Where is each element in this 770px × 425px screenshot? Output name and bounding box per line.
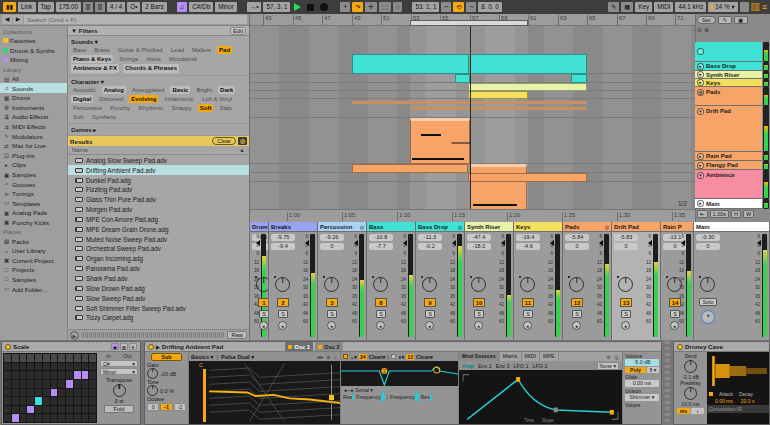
result-item[interactable]: Organ Incoming.adg bbox=[68, 254, 249, 264]
poly-button[interactable]: Poly bbox=[625, 367, 646, 373]
solo-button[interactable]: S bbox=[572, 310, 582, 318]
loop-button[interactable]: ⟲ bbox=[453, 2, 464, 12]
device-scrollbar[interactable] bbox=[665, 341, 670, 425]
pan-knob[interactable] bbox=[618, 277, 633, 292]
result-item[interactable]: Analog Slow Sweep Pad.adv bbox=[68, 155, 249, 165]
filter-chip[interactable]: Bright bbox=[194, 86, 214, 94]
arm-button[interactable]: ● bbox=[376, 321, 385, 330]
filter-chip[interactable]: Woodwind bbox=[167, 55, 199, 63]
ms-mode-button[interactable]: ms bbox=[677, 408, 690, 414]
device-on-icon[interactable] bbox=[677, 344, 683, 350]
volume-field[interactable]: -47.4 bbox=[467, 234, 491, 241]
arm-button[interactable]: ● bbox=[523, 321, 532, 330]
track-header[interactable]: ▸ Bass Drop bbox=[695, 62, 762, 71]
track-number-badge[interactable]: 12 bbox=[571, 298, 583, 307]
track-lane[interactable] bbox=[250, 118, 695, 164]
filter-chip[interactable]: Piano & Keys bbox=[71, 55, 113, 63]
pan-field[interactable]: -7.7 bbox=[369, 243, 393, 250]
result-item[interactable]: Fizzling Pad.adv bbox=[68, 185, 249, 195]
filter-chip[interactable]: Synthetic bbox=[90, 113, 119, 121]
channel-name[interactable]: Breaks bbox=[269, 222, 317, 232]
capture-midi-button[interactable]: ⬚ bbox=[379, 2, 391, 12]
character-filter-header[interactable]: Character ▾ bbox=[68, 76, 249, 85]
time-signature-field[interactable]: 4 / 4 bbox=[107, 2, 125, 12]
library-item[interactable]: ▣ Samples bbox=[0, 170, 67, 180]
channel-name[interactable]: Bass bbox=[367, 222, 415, 232]
solo-button[interactable]: S bbox=[425, 310, 435, 318]
map-icon[interactable]: ◆ bbox=[111, 343, 119, 350]
filter-chip[interactable]: Distorted bbox=[97, 95, 125, 103]
volume-field[interactable]: -10.8 bbox=[369, 234, 393, 241]
result-item[interactable]: MPE Con Amore Pad.adg bbox=[68, 214, 249, 224]
solo-button[interactable]: S bbox=[621, 310, 631, 318]
scale-root-menu[interactable]: C#/Db bbox=[189, 2, 213, 12]
result-item[interactable]: Glass Thin Pure Pad.adv bbox=[68, 195, 249, 205]
library-item[interactable]: ▸ Clips bbox=[0, 160, 67, 170]
filter-chip[interactable]: Soft bbox=[198, 104, 214, 112]
filter1-frequency[interactable]: Frequency bbox=[356, 394, 385, 400]
channel-fold-icon[interactable]: ◎ bbox=[360, 224, 364, 230]
solo-button[interactable]: S bbox=[523, 310, 533, 318]
zoom-duration[interactable]: 1.00s bbox=[710, 210, 729, 218]
library-item[interactable]: ≈ Grooves bbox=[0, 179, 67, 189]
loop-start-field[interactable]: 53. 1. 1 bbox=[412, 2, 439, 12]
filter-chip[interactable]: Brass bbox=[92, 46, 111, 54]
filter2-circuit-select[interactable]: Clean▾ bbox=[416, 354, 433, 360]
pan-knob[interactable] bbox=[471, 277, 486, 292]
nudge-up-button[interactable]: ⫿⫿ bbox=[95, 2, 105, 12]
result-item[interactable]: Muted Noise Sweep Pad.adv bbox=[68, 234, 249, 244]
pan-field[interactable]: 0 bbox=[565, 243, 589, 250]
solo-button[interactable]: S bbox=[670, 310, 680, 318]
gain-knob[interactable] bbox=[147, 368, 158, 379]
track-header[interactable]: ▸ Flangy Pad bbox=[695, 161, 762, 170]
lock-envelopes-icon[interactable]: ▣ bbox=[734, 16, 748, 24]
solo-button[interactable]: S bbox=[327, 310, 337, 318]
channel-name[interactable]: Drums◎ bbox=[250, 222, 268, 232]
raw-button[interactable]: Raw bbox=[227, 331, 247, 339]
filter-chip[interactable]: Punchy bbox=[108, 104, 132, 112]
channel-name[interactable]: Bass Drop◎ bbox=[416, 222, 464, 232]
edit-filters-button[interactable]: Edit bbox=[230, 27, 246, 35]
pan-knob[interactable] bbox=[373, 277, 388, 292]
attack-handle-icon[interactable] bbox=[709, 392, 713, 396]
places-item[interactable]: ⌂ User Library bbox=[0, 246, 67, 256]
octave-minus2-button[interactable]: -2 bbox=[174, 403, 186, 411]
punch-out-button[interactable]: ¬ bbox=[466, 2, 476, 12]
filter-chip[interactable]: Guitar & Plucked bbox=[116, 46, 165, 54]
result-item[interactable]: Dunkel Pad.adg bbox=[68, 175, 249, 185]
voice-count-select[interactable]: 8 ▾ bbox=[647, 367, 659, 373]
tab-env3[interactable]: Env 3 bbox=[496, 363, 510, 369]
hot-swap-icon[interactable]: ◎ bbox=[238, 137, 247, 145]
solo-button[interactable]: S bbox=[376, 310, 386, 318]
arm-button[interactable]: ● bbox=[670, 321, 679, 330]
automation-arm-button[interactable]: ↷ bbox=[352, 2, 363, 12]
loop-length-field[interactable]: 8. 0. 0 bbox=[478, 2, 502, 12]
pan-knob[interactable] bbox=[422, 277, 437, 292]
tone-knob[interactable] bbox=[147, 385, 158, 396]
library-item[interactable]: ▦ Drums bbox=[0, 93, 67, 103]
pan-field[interactable]: 0 bbox=[696, 243, 720, 250]
result-item[interactable]: Soft Shimmer Filter Sweep Pad.adv bbox=[68, 303, 249, 313]
library-item[interactable]: ◫ Plug-Ins bbox=[0, 151, 67, 161]
filter1-toggle[interactable] bbox=[343, 354, 348, 359]
arm-button[interactable]: ● bbox=[278, 321, 287, 330]
filter-chip[interactable]: Arpeggiated bbox=[130, 86, 166, 94]
optimize-width-icon[interactable]: ⇤ bbox=[697, 210, 708, 218]
wavetable-category-select[interactable]: Basics ▾ bbox=[191, 354, 213, 360]
places-item[interactable]: ▭ Add Folder... bbox=[0, 284, 67, 294]
wavetable-position-slider[interactable] bbox=[331, 365, 332, 420]
volume-field[interactable]: -9.26 bbox=[320, 234, 344, 241]
wavetable-select[interactable]: Pulse Dual ▾ bbox=[221, 354, 254, 360]
save-preset-icon[interactable]: ▼ bbox=[129, 343, 137, 350]
transpose-knob[interactable] bbox=[113, 384, 126, 397]
track-number-badge[interactable]: 1 bbox=[258, 298, 269, 307]
track-fold-icon[interactable]: ▸ bbox=[697, 71, 704, 78]
volume-field[interactable]: -11.3 bbox=[418, 234, 442, 241]
filter-chip[interactable]: Stab bbox=[217, 104, 233, 112]
result-item[interactable]: Slow Sweep Pad.adv bbox=[68, 293, 249, 303]
collection-item[interactable]: Drums & Synths bbox=[0, 46, 67, 56]
octave-minus1-button[interactable]: -1 bbox=[160, 403, 172, 411]
clip[interactable] bbox=[410, 107, 587, 110]
scale-root-select[interactable]: C#▾ bbox=[100, 360, 138, 367]
filter-chip[interactable]: Ambience & FX bbox=[71, 64, 119, 72]
